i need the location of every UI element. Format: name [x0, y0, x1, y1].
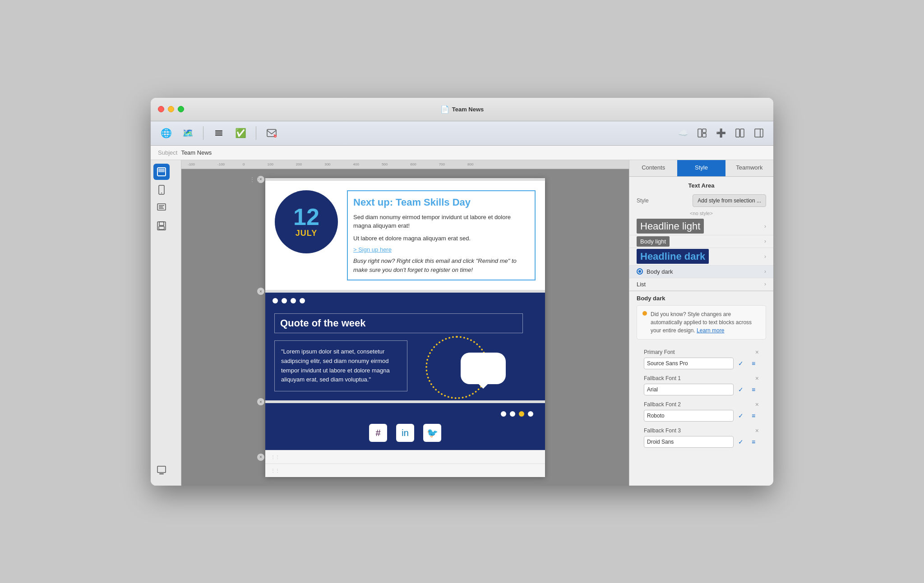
- minimize-button[interactable]: [168, 106, 174, 112]
- body-dark-radio[interactable]: [637, 268, 643, 275]
- maximize-button[interactable]: [178, 106, 184, 112]
- svg-point-17: [161, 193, 162, 193]
- window-title: Team News: [452, 106, 484, 113]
- signup-link[interactable]: > Sign up here: [353, 246, 529, 253]
- text-tool[interactable]: [153, 200, 170, 216]
- font-section: Primary Font × ✓ ≡ Fallback Font: [637, 345, 766, 457]
- fallback2-font-select-row: ✓ ≡: [644, 410, 759, 422]
- fallback1-font-check[interactable]: ✓: [735, 384, 746, 395]
- toolbar-right: ☁️ ➕: [676, 126, 766, 140]
- fallback1-font-menu[interactable]: ≡: [748, 384, 759, 395]
- fallback3-font-input[interactable]: [644, 436, 734, 448]
- close-bottom-1[interactable]: ×: [257, 454, 264, 461]
- speech-bubble-area: [416, 340, 536, 391]
- fallback1-font-input[interactable]: [644, 384, 734, 395]
- fallback2-font-header: Fallback Font 2 ×: [644, 401, 759, 408]
- cloud-icon[interactable]: ☁️: [676, 126, 690, 140]
- svg-rect-12: [755, 129, 763, 137]
- list-label: List: [637, 281, 646, 288]
- chevron-icon-2: ›: [764, 238, 766, 244]
- svg-rect-24: [159, 226, 164, 230]
- panel-icon[interactable]: [752, 126, 766, 140]
- layout-icon[interactable]: [695, 126, 709, 140]
- section-3-separator: ×: [265, 400, 545, 403]
- mobile-tool[interactable]: [153, 182, 170, 198]
- add-style-button[interactable]: Add style from selection ...: [693, 194, 766, 207]
- panel-tabs: Contents Style Teamwork: [629, 160, 773, 177]
- svg-rect-8: [702, 129, 706, 133]
- fallback2-font-input[interactable]: [644, 410, 734, 422]
- bottom-tool[interactable]: [157, 465, 166, 482]
- learn-more-link[interactable]: Learn more: [697, 327, 724, 334]
- text-content-box[interactable]: Next up: Team Skills Day Sed diam nonumy…: [347, 190, 536, 281]
- globe-icon[interactable]: 🌐: [158, 125, 174, 141]
- svg-rect-15: [158, 169, 165, 172]
- fallback3-font-check[interactable]: ✓: [735, 436, 746, 447]
- fallback1-font-close[interactable]: ×: [755, 375, 759, 382]
- right-panel: Contents Style Teamwork Text Area Style …: [629, 160, 773, 486]
- style-item-headline-dark[interactable]: Headline dark ›: [629, 248, 773, 266]
- svg-rect-9: [702, 133, 706, 137]
- globe-alt-icon[interactable]: 🗺️: [180, 125, 196, 141]
- close-button[interactable]: [158, 106, 164, 112]
- subject-bar: Subject Team News: [151, 146, 773, 160]
- fallback3-font-menu[interactable]: ≡: [748, 436, 759, 447]
- primary-font-check[interactable]: ✓: [735, 358, 746, 369]
- tab-style[interactable]: Style: [677, 160, 725, 176]
- save-tool[interactable]: [153, 218, 170, 234]
- tab-teamwork[interactable]: Teamwork: [725, 160, 773, 176]
- list-preview: List: [637, 281, 764, 288]
- date-month: JULY: [296, 229, 317, 238]
- email-section-3: # in 🐦: [265, 403, 545, 450]
- add-icon[interactable]: ➕: [714, 126, 728, 140]
- primary-font-close[interactable]: ×: [755, 349, 759, 356]
- fallback1-font-row: Fallback Font 1 × ✓ ≡: [644, 375, 759, 395]
- date-badge: 12 JULY: [275, 190, 338, 253]
- send-icon[interactable]: ×: [263, 125, 280, 141]
- quote-section: Quote of the week "Lorem ipsum dolor sit…: [265, 309, 545, 400]
- fallback2-font-close[interactable]: ×: [755, 401, 759, 408]
- slack-icon[interactable]: #: [369, 424, 387, 442]
- quote-title: Quote of the week: [274, 313, 523, 333]
- primary-font-row: Primary Font × ✓ ≡: [644, 349, 759, 369]
- primary-font-input[interactable]: [644, 358, 734, 369]
- fallback3-font-close[interactable]: ×: [755, 427, 759, 434]
- close-section-2[interactable]: ×: [257, 288, 264, 295]
- quote-text[interactable]: "Lorem ipsum dolor sit amet, consetetur …: [274, 340, 407, 391]
- chevron-icon-1: ›: [764, 223, 766, 230]
- toolbar-separator-1: [203, 126, 203, 140]
- linkedin-icon[interactable]: in: [396, 424, 414, 442]
- bottom-row-2: ⋮⋮: [265, 464, 545, 477]
- headline-dark-preview: Headline dark: [637, 251, 764, 262]
- dot-nav-top: [265, 293, 545, 309]
- event-body-1: Sed diam nonumy eirmod tempor invidunt u…: [353, 213, 529, 230]
- info-dot-icon: [642, 311, 647, 316]
- chevron-icon-5: ›: [764, 281, 766, 287]
- svg-rect-11: [740, 129, 744, 137]
- dot-4: [300, 298, 305, 303]
- handle-1[interactable]: ⋮⋮: [249, 176, 262, 183]
- primary-font-menu[interactable]: ≡: [748, 358, 759, 369]
- fallback1-font-header: Fallback Font 1 ×: [644, 375, 759, 382]
- columns-icon[interactable]: [733, 126, 747, 140]
- close-section-3[interactable]: ×: [257, 398, 264, 405]
- left-sidebar: [151, 160, 181, 486]
- window-title-area: 📄 Team News: [440, 105, 484, 114]
- svg-rect-7: [698, 129, 702, 137]
- tab-contents[interactable]: Contents: [629, 160, 677, 176]
- layout-tool[interactable]: [153, 164, 170, 180]
- panel-section-title: Text Area: [629, 177, 773, 193]
- style-item-body-dark[interactable]: Body dark ›: [629, 266, 773, 278]
- layers-icon[interactable]: [211, 125, 227, 141]
- headline-light-preview: Headline light: [637, 220, 764, 232]
- twitter-icon[interactable]: 🐦: [423, 424, 441, 442]
- traffic-lights: [158, 106, 184, 112]
- style-item-body-light[interactable]: Body light ›: [629, 235, 773, 248]
- fallback2-font-check[interactable]: ✓: [735, 410, 746, 421]
- style-item-list[interactable]: List ›: [629, 278, 773, 291]
- style-item-headline-light[interactable]: Headline light ›: [629, 218, 773, 235]
- fallback2-font-menu[interactable]: ≡: [748, 410, 759, 421]
- check-icon[interactable]: ✅: [232, 125, 249, 141]
- canvas-area[interactable]: -100 -100 0 100 200 300 400 500 600 700 …: [181, 160, 629, 486]
- section-2-separator: ×: [265, 290, 545, 293]
